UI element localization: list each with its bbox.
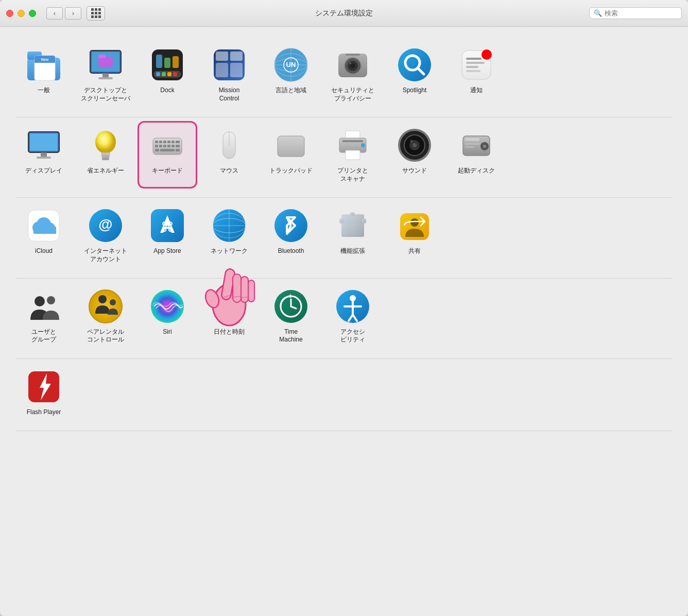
timemachine-icon	[272, 288, 309, 325]
mission-icon-wrap	[211, 46, 248, 83]
printer-icon	[334, 127, 371, 164]
icon-item-datetime[interactable]: JUL 18 日付と時刻	[201, 284, 257, 348]
printer-icon-wrap	[334, 127, 371, 164]
internet-icon: @	[87, 207, 124, 244]
flash-icon	[25, 368, 62, 405]
grid-dot	[91, 15, 94, 18]
close-button[interactable]	[6, 10, 13, 17]
display-icon	[25, 127, 62, 164]
general-icon: New One	[25, 46, 62, 83]
printer-label: プリンタとスキャナ	[337, 167, 368, 183]
window-title: システム環境設定	[315, 9, 373, 18]
icon-item-sharing[interactable]: 共有	[386, 203, 443, 267]
timemachine-icon-wrap	[272, 288, 309, 325]
energy-label: 省エネルギー	[87, 167, 124, 175]
icon-item-desktop[interactable]: デスクトップとスクリーンセーバ	[77, 42, 134, 107]
icon-item-icloud[interactable]: iCloud	[15, 203, 72, 267]
svg-rect-20	[164, 58, 170, 68]
network-icon	[211, 207, 248, 244]
icon-item-sound[interactable]: サウンド	[386, 123, 443, 187]
svg-rect-47	[466, 66, 478, 68]
svg-rect-18	[173, 72, 177, 76]
icon-item-startup[interactable]: 起動ディスク	[448, 123, 505, 187]
icon-item-internet[interactable]: @ インターネットアカウント	[77, 203, 134, 267]
svg-rect-92	[465, 146, 474, 148]
icon-item-appstore[interactable]: ⌘ App Store	[139, 203, 196, 267]
sound-icon-wrap	[396, 127, 433, 164]
svg-rect-82	[346, 150, 360, 160]
svg-rect-65	[176, 141, 180, 143]
icon-grid-row1: New One 一般	[15, 42, 673, 107]
svg-rect-71	[176, 145, 180, 147]
icon-item-printer[interactable]: プリンタとスキャナ	[324, 123, 381, 187]
icon-item-language[interactable]: UN 言語と地域	[263, 42, 319, 107]
desktop-icon	[87, 46, 124, 83]
siri-label: Siri	[163, 328, 171, 336]
network-label: ネットワーク	[211, 247, 248, 255]
svg-rect-68	[163, 145, 166, 147]
icon-item-users[interactable]: ユーザとグループ	[15, 284, 72, 348]
svg-rect-119	[350, 212, 355, 216]
spotlight-icon-wrap	[396, 46, 433, 83]
svg-rect-16	[162, 72, 166, 76]
icon-item-security[interactable]: セキュリティとプライバシー	[324, 42, 381, 107]
icon-item-notification[interactable]: 通知	[448, 42, 505, 107]
icon-item-mouse[interactable]: マウス	[201, 123, 257, 187]
icloud-icon	[25, 207, 62, 244]
startup-icon	[458, 127, 495, 164]
svg-rect-90	[465, 138, 479, 141]
svg-text:One: One	[42, 63, 48, 66]
svg-text:⌘: ⌘	[161, 219, 174, 235]
parental-icon-wrap	[87, 288, 124, 325]
grid-view-button[interactable]	[87, 6, 105, 21]
security-icon-wrap	[334, 46, 371, 83]
svg-rect-23	[216, 52, 228, 61]
keyboard-label: キーボード	[152, 167, 183, 175]
svg-rect-11	[102, 73, 109, 77]
startup-icon-wrap	[458, 127, 495, 164]
general-label: 一般	[38, 87, 50, 95]
search-box[interactable]: 🔍	[589, 7, 682, 19]
icon-item-energy[interactable]: 省エネルギー	[77, 123, 134, 187]
icon-item-timemachine[interactable]: TimeMachine	[263, 284, 319, 348]
svg-rect-120	[362, 218, 366, 224]
icon-item-mission[interactable]: MissionControl	[201, 42, 257, 107]
nav-buttons: ‹ ›	[46, 7, 81, 20]
minimize-button[interactable]	[18, 10, 25, 17]
icon-item-siri[interactable]: Siri	[139, 284, 196, 348]
svg-point-87	[412, 143, 417, 147]
search-input[interactable]	[605, 9, 677, 17]
icon-item-flash[interactable]: Flash Player	[15, 364, 72, 421]
icon-item-spotlight[interactable]: Spotlight	[386, 42, 443, 107]
icon-item-display[interactable]: ディスプレイ	[15, 123, 72, 187]
traffic-lights	[6, 10, 36, 17]
extensions-icon	[334, 207, 371, 244]
icon-item-dock[interactable]: Dock	[139, 42, 196, 107]
maximize-button[interactable]	[29, 10, 36, 17]
svg-rect-134	[221, 291, 224, 297]
desktop-label: デスクトップとスクリーンセーバ	[81, 87, 130, 102]
icon-item-trackpad[interactable]: トラックパッド	[263, 123, 319, 187]
spotlight-label: Spotlight	[403, 87, 427, 95]
bluetooth-label: Bluetooth	[278, 247, 304, 255]
icon-item-parental[interactable]: ペアレンタルコントロール	[77, 284, 134, 348]
icon-item-bluetooth[interactable]: Bluetooth	[263, 203, 319, 267]
spotlight-icon	[396, 46, 433, 83]
section-internet: iCloud @	[15, 198, 673, 278]
svg-rect-17	[167, 72, 171, 76]
extensions-icon-wrap	[334, 207, 371, 244]
icon-grid-row3: iCloud @	[15, 203, 673, 267]
internet-icon-wrap: @	[87, 207, 124, 244]
icon-item-accessibility[interactable]: アクセシビリティ	[324, 284, 381, 348]
siri-icon-wrap	[149, 288, 186, 325]
icon-item-keyboard[interactable]: キーボード	[139, 123, 196, 187]
back-button[interactable]: ‹	[46, 7, 63, 20]
grid-dot	[98, 12, 101, 14]
forward-button[interactable]: ›	[65, 7, 81, 20]
svg-rect-77	[278, 136, 304, 157]
sharing-icon	[396, 207, 433, 244]
icon-item-general[interactable]: New One 一般	[15, 42, 72, 107]
energy-icon-wrap	[87, 127, 124, 164]
icon-item-extensions[interactable]: 機能拡張	[324, 203, 381, 267]
icon-item-network[interactable]: ネットワーク	[201, 203, 257, 267]
